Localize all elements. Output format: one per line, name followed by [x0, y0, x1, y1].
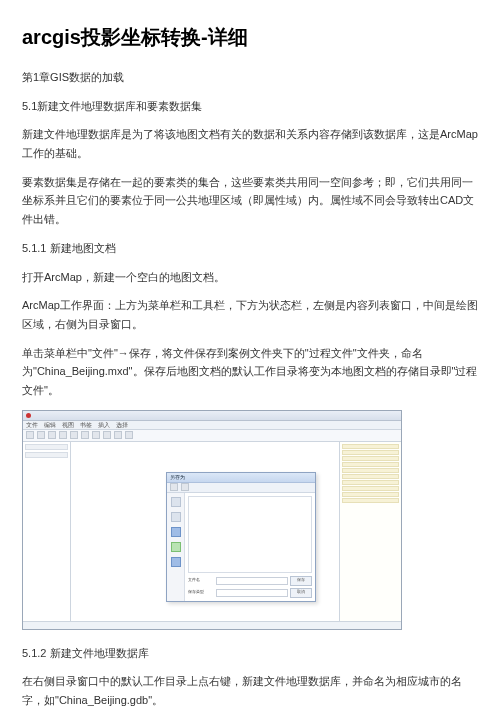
body-text: 在右侧目录窗口中的默认工作目录上点右键，新建文件地理数据库，并命名为相应城市的名…: [22, 672, 482, 709]
toolbar-button-icon: [48, 431, 56, 439]
page-title: arcgis投影坐标转换-详细: [22, 20, 482, 54]
folder-icon: [171, 497, 181, 507]
filetype-select: [216, 589, 288, 597]
filetype-label: 保存类型: [188, 589, 214, 597]
dialog-main: 文件名 保存 保存类型 取消: [185, 493, 315, 601]
section-5-1-1: 5.1.1 新建地图文档: [22, 239, 482, 258]
catalog-item: [342, 486, 399, 491]
drive-icon: [171, 557, 181, 567]
computer-icon: [171, 527, 181, 537]
menu-item: 编辑: [44, 420, 56, 430]
menu-item: 文件: [26, 420, 38, 430]
toolbar-button-icon: [26, 431, 34, 439]
menu-item: 书签: [80, 420, 92, 430]
file-list: [188, 496, 312, 573]
dialog-fields: 文件名 保存 保存类型 取消: [188, 576, 312, 598]
body-text: 打开ArcMap，新建一个空白的地图文档。: [22, 268, 482, 287]
folder-icon: [171, 512, 181, 522]
network-icon: [171, 542, 181, 552]
app-body: 另存为: [23, 442, 401, 621]
filename-label: 文件名: [188, 577, 214, 585]
dialog-body: 文件名 保存 保存类型 取消: [167, 493, 315, 601]
catalog-item: [342, 450, 399, 455]
catalog-item: [342, 480, 399, 485]
catalog-item: [342, 492, 399, 497]
toolbar-button-icon: [114, 431, 122, 439]
toolbar: [23, 430, 401, 442]
section-5-1-2: 5.1.2 新建文件地理数据库: [22, 644, 482, 663]
catalog-item: [342, 498, 399, 503]
menu-item: 插入: [98, 420, 110, 430]
nav-up-icon: [181, 483, 189, 491]
body-text: ArcMap工作界面：上方为菜单栏和工具栏，下方为状态栏，左侧是内容列表窗口，中…: [22, 296, 482, 333]
body-text: 单击菜单栏中"文件"→保存，将文件保存到案例文件夹下的"过程文件"文件夹，命名为…: [22, 344, 482, 400]
chapter-heading: 第1章GIS数据的加载: [22, 68, 482, 87]
catalog-item: [342, 474, 399, 479]
toolbar-button-icon: [37, 431, 45, 439]
nav-back-icon: [170, 483, 178, 491]
catalog-item: [342, 456, 399, 461]
toolbar-button-icon: [125, 431, 133, 439]
dialog-titlebar: 另存为: [167, 473, 315, 483]
catalog-panel: [339, 442, 401, 621]
arcmap-screenshot: 文件 编辑 视图 书签 插入 选择 另存为: [22, 410, 482, 630]
toc-item: [25, 444, 68, 450]
toolbar-button-icon: [92, 431, 100, 439]
dialog-places-bar: [167, 493, 185, 601]
filename-input: [216, 577, 288, 585]
menu-item: 视图: [62, 420, 74, 430]
menubar: 文件 编辑 视图 书签 插入 选择: [23, 421, 401, 430]
map-canvas: 另存为: [71, 442, 339, 621]
menu-item: 选择: [116, 420, 128, 430]
body-text: 要素数据集是存储在一起的要素类的集合，这些要素类共用同一空间参考；即，它们共用同…: [22, 173, 482, 229]
catalog-item: [342, 468, 399, 473]
toolbar-button-icon: [70, 431, 78, 439]
section-5-1: 5.1新建文件地理数据库和要素数据集: [22, 97, 482, 116]
cancel-button: 取消: [290, 588, 312, 598]
save-button: 保存: [290, 576, 312, 586]
toolbar-button-icon: [59, 431, 67, 439]
catalog-item: [342, 462, 399, 467]
status-bar: [23, 621, 401, 629]
window-control-icon: [26, 413, 31, 418]
arcmap-window: 文件 编辑 视图 书签 插入 选择 另存为: [22, 410, 402, 630]
dialog-toolbar: [167, 483, 315, 493]
toolbar-button-icon: [81, 431, 89, 439]
toc-panel: [23, 442, 71, 621]
body-text: 新建文件地理数据库是为了将该地图文档有关的数据和关系内容存储到该数据库，这是Ar…: [22, 125, 482, 162]
save-as-dialog: 另存为: [166, 472, 316, 602]
toc-item: [25, 452, 68, 458]
catalog-item: [342, 444, 399, 449]
toolbar-button-icon: [103, 431, 111, 439]
